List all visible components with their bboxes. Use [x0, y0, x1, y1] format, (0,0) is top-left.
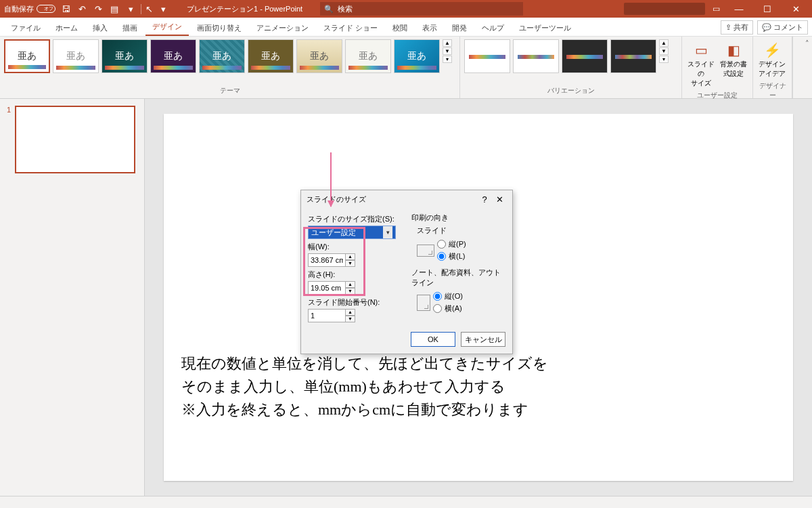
ribbon: 亜あ 亜あ 亜あ 亜あ 亜あ 亜あ 亜あ 亜あ 亜あ ▲ ▼ ▾ テーマ ▲ ▼: [0, 37, 812, 99]
spinner-down-icon[interactable]: ▼: [346, 260, 355, 267]
spinner-up-icon[interactable]: ▲: [346, 253, 355, 260]
minimize-icon[interactable]: —: [727, 4, 751, 14]
comments-button[interactable]: 💬コメント: [757, 20, 808, 35]
pointer-icon[interactable]: ↖: [141, 4, 153, 14]
theme-thumb[interactable]: 亜あ: [150, 39, 196, 73]
tab-help[interactable]: ヘルプ: [475, 19, 511, 36]
redo-icon[interactable]: ↷: [92, 4, 104, 14]
touch-mode-icon[interactable]: ▾: [157, 4, 169, 14]
variants-scroll-down[interactable]: ▼: [659, 47, 669, 55]
theme-thumb[interactable]: 亜あ: [248, 39, 294, 73]
qat-more-icon[interactable]: ▾: [125, 4, 137, 14]
landscape-icon: [417, 245, 434, 257]
variant-thumb[interactable]: [513, 39, 559, 73]
start-from-beginning-icon[interactable]: ▤: [108, 4, 120, 14]
size-spec-combo[interactable]: ユーザー設定 ▾: [308, 226, 396, 239]
ribbon-group-designer: ⚡ デザイン アイデア デザイナー: [753, 37, 792, 98]
theme-thumb[interactable]: 亜あ: [345, 39, 391, 73]
user-account[interactable]: [624, 3, 705, 15]
width-label: 幅(W):: [308, 242, 402, 252]
tab-file[interactable]: ファイル: [4, 19, 47, 36]
variant-thumb[interactable]: [562, 39, 608, 73]
search-icon: 🔍: [324, 5, 334, 14]
save-icon[interactable]: 🖫: [60, 4, 72, 14]
format-background-button[interactable]: ◧ 背景の書 式設定: [719, 39, 748, 81]
tab-view[interactable]: 表示: [415, 19, 444, 36]
search-box[interactable]: 🔍 検索: [320, 2, 523, 16]
tab-animations[interactable]: アニメーション: [250, 19, 315, 36]
variant-thumb[interactable]: [610, 39, 656, 73]
notes-orientation-group: ノート、配布資料、アウトライン 縦(O) 横(A): [411, 268, 505, 316]
theme-thumb[interactable]: 亜あ: [53, 39, 99, 73]
slide-size-dialog: スライドのサイズ ? ✕ スライドのサイズ指定(S): ユーザー設定 ▾ 幅(W…: [300, 190, 513, 354]
autosave-toggle[interactable]: 自動保存 オフ: [4, 4, 55, 14]
design-ideas-button[interactable]: ⚡ デザイン アイデア: [757, 39, 787, 81]
tab-developer[interactable]: 開発: [445, 19, 474, 36]
autosave-label: 自動保存: [4, 4, 34, 14]
theme-thumb[interactable]: 亜あ: [394, 39, 440, 73]
design-ideas-icon: ⚡: [764, 42, 781, 58]
collapse-ribbon-icon[interactable]: ˄: [805, 39, 809, 48]
dialog-close-icon[interactable]: ✕: [492, 194, 507, 205]
dialog-help-icon[interactable]: ?: [477, 194, 492, 205]
tab-slideshow[interactable]: スライド ショー: [317, 19, 384, 36]
themes-more-icon[interactable]: ▾: [443, 56, 452, 63]
instruction-line: 現在の数値と単位を消して、先ほど出てきたサイズを: [181, 352, 548, 375]
variants-scroll-up[interactable]: ▲: [659, 39, 669, 47]
slide-portrait-radio[interactable]: [437, 240, 446, 249]
themes-scroll-up[interactable]: ▲: [443, 39, 452, 47]
height-label: 高さ(H):: [308, 270, 402, 280]
variants-more-icon[interactable]: ▾: [659, 56, 669, 63]
ribbon-group-variants: ▲ ▼ ▾ バリエーション: [460, 37, 682, 98]
theme-thumb[interactable]: 亜あ: [4, 39, 50, 73]
chevron-down-icon: ▾: [383, 226, 392, 238]
spinner-up-icon[interactable]: ▲: [346, 309, 355, 316]
height-input[interactable]: [308, 281, 346, 295]
tab-home[interactable]: ホーム: [49, 19, 85, 36]
slide-landscape-radio[interactable]: [437, 252, 446, 261]
start-number-input[interactable]: [308, 309, 346, 322]
width-spinner[interactable]: ▲▼: [308, 253, 355, 267]
ribbon-group-custom: ▭ スライドの サイズ ◧ 背景の書 式設定 ユーザー設定: [682, 37, 753, 98]
tab-transitions[interactable]: 画面切り替え: [190, 19, 248, 36]
notes-group-label: ノート、配布資料、アウトライン: [411, 268, 505, 288]
slide-size-button[interactable]: ▭ スライドの サイズ: [686, 39, 716, 91]
notes-portrait-radio[interactable]: [433, 292, 442, 301]
slide-orientation-group: スライド 縦(P) 横(L): [411, 226, 505, 263]
theme-thumb[interactable]: 亜あ: [199, 39, 245, 73]
ribbon-group-label: バリエーション: [464, 86, 677, 97]
spinner-down-icon[interactable]: ▼: [346, 316, 355, 322]
portrait-icon: [417, 295, 430, 311]
annotation-arrow: [330, 152, 332, 207]
themes-scroll-down[interactable]: ▼: [443, 47, 452, 55]
spinner-up-icon[interactable]: ▲: [346, 281, 355, 288]
format-background-icon: ◧: [727, 42, 740, 58]
search-placeholder: 検索: [338, 4, 353, 14]
share-button[interactable]: ⇪共有: [721, 20, 753, 35]
dialog-left-column: スライドのサイズ指定(S): ユーザー設定 ▾ 幅(W): ▲▼ 高さ(H): …: [308, 211, 402, 322]
height-spinner[interactable]: ▲▼: [308, 281, 355, 295]
status-bar: [0, 496, 812, 508]
variant-thumb[interactable]: [464, 39, 510, 73]
cancel-button[interactable]: キャンセル: [461, 332, 505, 347]
start-number-spinner[interactable]: ▲▼: [308, 309, 355, 322]
maximize-icon[interactable]: ☐: [755, 4, 780, 14]
notes-landscape-radio[interactable]: [433, 304, 442, 313]
orientation-label: 印刷の向き: [411, 213, 505, 223]
width-input[interactable]: [308, 253, 346, 267]
tab-insert[interactable]: 挿入: [86, 19, 114, 36]
theme-thumb[interactable]: 亜あ: [102, 39, 148, 73]
slide-thumbnail[interactable]: [15, 106, 135, 173]
tab-usertools[interactable]: ユーザーツール: [512, 19, 578, 36]
spinner-down-icon[interactable]: ▼: [346, 288, 355, 295]
tab-review[interactable]: 校閲: [386, 19, 414, 36]
theme-thumb[interactable]: 亜あ: [296, 39, 342, 73]
undo-icon[interactable]: ↶: [76, 4, 88, 14]
tab-design[interactable]: デザイン: [145, 18, 189, 36]
close-icon[interactable]: ✕: [784, 4, 808, 14]
tab-draw[interactable]: 描画: [116, 19, 144, 36]
ok-button[interactable]: OK: [411, 332, 455, 347]
instruction-line: そのまま入力し、単位(mm)もあわせて入力する: [181, 375, 548, 398]
autosave-state: オフ: [37, 5, 55, 13]
ribbon-display-icon[interactable]: ▭: [709, 4, 723, 14]
